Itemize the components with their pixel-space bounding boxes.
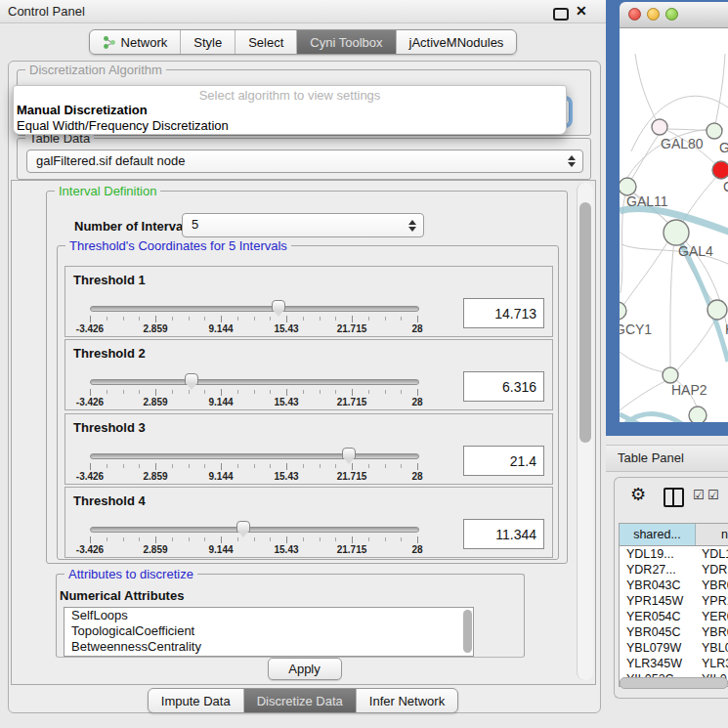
table-row[interactable]: YBL079WYBL0 xyxy=(620,640,728,656)
tick-mark xyxy=(107,464,107,468)
slider-thumb[interactable] xyxy=(342,448,356,459)
tick-mark xyxy=(254,390,255,394)
column-layout-icon[interactable] xyxy=(664,488,684,507)
tab-select[interactable]: Select xyxy=(236,30,297,54)
mac-zoom-button[interactable] xyxy=(665,8,678,21)
tab-infer-network[interactable]: Infer Network xyxy=(357,689,457,712)
slider-thumb[interactable] xyxy=(185,373,198,385)
node-gal4[interactable] xyxy=(664,220,689,245)
slider-track[interactable] xyxy=(90,379,419,385)
tick-mark xyxy=(401,317,402,321)
combo-arrows-icon xyxy=(568,155,575,167)
table-row[interactable]: YLR345WYLR3 xyxy=(620,656,728,671)
tab-cyni-toolbox[interactable]: Cyni Toolbox xyxy=(297,30,396,54)
gear-icon[interactable]: ⚙ xyxy=(630,484,646,505)
mac-minimize-button[interactable] xyxy=(647,8,660,21)
node-label-c: C xyxy=(723,179,728,194)
tick-mark xyxy=(352,536,353,543)
node-label-gal4: GAL4 xyxy=(678,243,713,259)
node-bottom-partial[interactable] xyxy=(689,407,707,422)
node-gal80[interactable] xyxy=(652,119,667,135)
slider-track[interactable] xyxy=(90,453,419,459)
threshold-2-value-field[interactable]: 6.316 xyxy=(463,371,544,402)
float-window-icon[interactable] xyxy=(553,8,569,21)
tab-discretize-data[interactable]: Discretize Data xyxy=(244,689,357,712)
table-row[interactable]: YDR27...YDR2 xyxy=(620,562,728,578)
number-of-intervals-combobox[interactable]: 5 xyxy=(182,213,424,237)
column-header-name[interactable]: n xyxy=(696,524,728,545)
tick-mark xyxy=(286,389,287,396)
apply-button[interactable]: Apply xyxy=(268,658,342,680)
tab-impute-data[interactable]: Impute Data xyxy=(149,689,244,712)
tick-mark xyxy=(155,316,156,322)
table-row[interactable]: YBR045CYBR0 xyxy=(620,624,728,640)
checkbox-icon-2[interactable]: ☑ xyxy=(707,488,719,502)
slider-scale-labels: -3.4262.8599.14415.4321.71528 xyxy=(90,397,417,408)
table-rows: YDL19...YDL1YDR27...YDR2YBR043CYBR0YPR14… xyxy=(620,546,728,687)
threshold-4-row: Threshold 4 -3.4262.8599.14415.4321.7152… xyxy=(64,487,553,558)
scale-label: 15.43 xyxy=(274,323,298,334)
threshold-1-value-field[interactable]: 14.713 xyxy=(463,298,544,328)
close-icon[interactable]: ✕ xyxy=(576,3,587,19)
attribute-list-item[interactable]: TopologicalCoefficient xyxy=(64,623,473,639)
tick-mark xyxy=(237,317,238,321)
table-row[interactable]: YPR145WYPR1 xyxy=(620,593,728,609)
threshold-4-slider[interactable]: -3.4262.8599.14415.4321.71528 xyxy=(90,521,417,556)
option-equal-width-frequency[interactable]: Equal Width/Frequency Discretization xyxy=(14,118,566,134)
settings-scrollbar-thumb[interactable] xyxy=(579,202,591,443)
tick-mark xyxy=(385,317,386,321)
tick-mark xyxy=(204,317,205,321)
tick-mark xyxy=(254,317,255,321)
attribute-list-item[interactable]: BetweennessCentrality xyxy=(64,639,473,655)
attribute-list-item[interactable]: SelfLoops xyxy=(64,608,473,623)
table-row[interactable]: YER054CYER0 xyxy=(620,609,728,624)
table-row[interactable]: YBR043CYBR0 xyxy=(620,578,728,593)
node-g-partial[interactable] xyxy=(707,123,722,139)
tab-network[interactable]: Network xyxy=(90,30,182,54)
tab-jactivemnodules[interactable]: jActiveMNodules xyxy=(397,30,517,54)
threshold-2-row: Threshold 2 -3.4262.8599.14415.4321.7152… xyxy=(64,339,553,410)
node-label-gal80: GAL80 xyxy=(661,136,704,151)
scale-label: -3.426 xyxy=(76,471,104,482)
tick-mark xyxy=(172,390,173,394)
table-data-combobox[interactable]: galFiltered.sif default node xyxy=(26,150,583,173)
table-row[interactable]: YDL19...YDL1 xyxy=(620,546,728,562)
node-label-gcy1: GCY1 xyxy=(620,321,652,337)
threshold-3-value-field[interactable]: 21.4 xyxy=(463,446,544,476)
node-label-gal11: GAL11 xyxy=(626,193,668,209)
table-data-group: Table Data galFiltered.sif default node xyxy=(17,138,591,180)
table-horizontal-scrollbar[interactable] xyxy=(620,677,728,689)
tick-mark xyxy=(286,463,287,470)
slider-ticks xyxy=(90,316,417,323)
numerical-attributes-list[interactable]: SelfLoopsTopologicalCoefficientBetweenne… xyxy=(64,607,474,657)
scale-label: 2.859 xyxy=(143,323,167,334)
threshold-3-slider[interactable]: -3.4262.8599.14415.4321.71528 xyxy=(90,448,417,483)
node-red-selected[interactable] xyxy=(712,161,728,179)
tick-mark xyxy=(189,317,190,321)
mac-close-button[interactable] xyxy=(628,8,641,21)
attributes-list-scrollbar[interactable] xyxy=(463,610,472,653)
option-manual-discretization[interactable]: Manual Discretization xyxy=(14,103,566,118)
node-label-g: G xyxy=(719,140,728,155)
cell-shared-name: YDL19... xyxy=(626,546,674,562)
slider-track[interactable] xyxy=(90,306,419,312)
column-header-shared-name[interactable]: shared... xyxy=(620,524,696,545)
slider-track[interactable] xyxy=(90,527,419,533)
network-canvas[interactable]: GAL80 G C GAL11 GAL4 GCY1 H HAP2 xyxy=(620,28,728,422)
node-h-partial[interactable] xyxy=(707,300,727,320)
checkbox-icon-1[interactable]: ☑ xyxy=(693,488,705,502)
threshold-4-value-field[interactable]: 11.344 xyxy=(463,519,544,549)
threshold-1-slider[interactable]: -3.4262.8599.14415.4321.71528 xyxy=(90,300,417,335)
node-gcy1[interactable] xyxy=(620,302,626,320)
tab-style[interactable]: Style xyxy=(181,30,236,54)
threshold-2-slider[interactable]: -3.4262.8599.14415.4321.71528 xyxy=(90,373,417,408)
algorithm-dropdown-popup: Select algorithm to view settings Manual… xyxy=(13,85,567,135)
slider-scale-labels: -3.4262.8599.14415.4321.71528 xyxy=(90,323,417,335)
slider-thumb[interactable] xyxy=(272,300,285,312)
algorithm-placeholder-option[interactable]: Select algorithm to view settings xyxy=(14,88,566,103)
settings-vertical-scrollbar[interactable] xyxy=(577,183,593,680)
slider-ticks xyxy=(90,389,417,397)
node-hap2[interactable] xyxy=(663,367,678,383)
slider-thumb[interactable] xyxy=(236,521,250,533)
scale-label: 21.715 xyxy=(337,397,367,407)
